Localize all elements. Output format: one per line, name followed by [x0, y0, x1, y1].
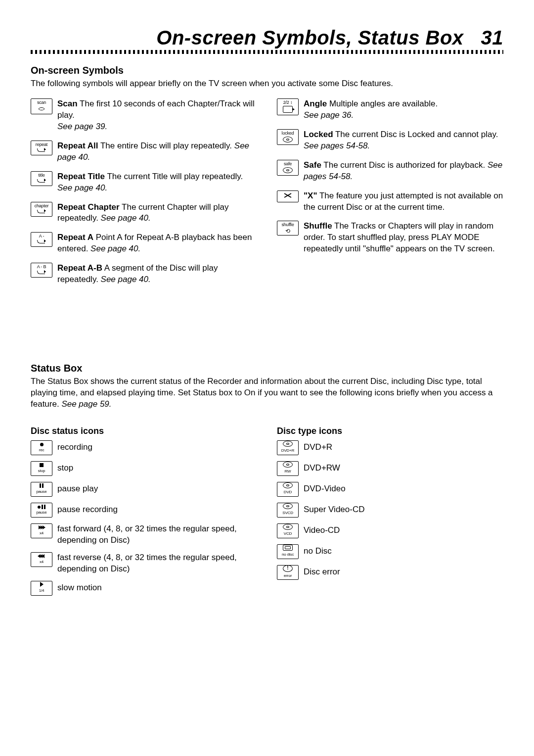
onscreen-symbols-heading: On-screen Symbols — [31, 65, 503, 76]
onscreen-symbols-columns: scan Scan The first 10 seconds of each C… — [31, 98, 503, 293]
type-disc-error: error Disc error — [277, 565, 503, 580]
status-pause-recording: pause pause recording — [31, 503, 257, 518]
shuffle-icon: shuffle ⟲ — [277, 221, 299, 236]
status-box-heading: Status Box — [31, 363, 503, 374]
x-icon — [277, 190, 299, 202]
status-stop: stop stop — [31, 461, 257, 476]
status-slow-motion: 1/4 slow motion — [31, 581, 257, 596]
fast-reverse-icon: x4 — [31, 552, 52, 567]
disc-type-heading: Disc type icons — [277, 426, 503, 436]
symbol-repeat-a: A - Repeat A Point A for Repeat A-B play… — [31, 232, 257, 255]
disc-status-list: rec recording stop stop — [31, 440, 257, 596]
symbol-angle: 2/2 ↕ Angle Multiple angles are availabl… — [277, 98, 503, 121]
recording-icon: rec — [31, 440, 52, 455]
type-svcd: SVCD Super Video-CD — [277, 503, 503, 518]
type-no-disc: no disc no Disc — [277, 544, 503, 559]
page: On-screen Symbols, Status Box 31 On-scre… — [0, 0, 534, 756]
pause-play-icon: pause — [31, 482, 52, 497]
pause-recording-icon: pause — [31, 503, 52, 518]
page-title-line: On-screen Symbols, Status Box 31 — [31, 27, 503, 49]
status-fast-reverse: x4 fast reverse (4, 8, or 32 times the r… — [31, 552, 257, 575]
slow-motion-icon: 1/4 — [31, 581, 52, 596]
status-box-section: Status Box The Status Box shows the curr… — [31, 363, 503, 602]
repeat-ab-icon: A - B — [31, 263, 52, 278]
type-dvd-plus-rw: RW DVD+RW — [277, 461, 503, 476]
svcd-icon: SVCD — [277, 503, 299, 518]
no-disc-icon: no disc — [277, 544, 299, 559]
onscreen-left-col: scan Scan The first 10 seconds of each C… — [31, 98, 257, 293]
status-fast-forward: x4 fast forward (4, 8, or 32 times the r… — [31, 523, 257, 546]
type-dvd-plus-r: DVD+R DVD+R — [277, 440, 503, 455]
symbol-repeat-ab: A - B Repeat A-B A segment of the Disc w… — [31, 263, 257, 285]
dvd-plus-r-icon: DVD+R — [277, 440, 299, 455]
disc-type-list: DVD+R DVD+R RW DVD+RW — [277, 440, 503, 580]
status-box-columns: Disc status icons rec recording stop — [31, 419, 503, 602]
repeat-title-icon: title — [31, 171, 52, 186]
safe-icon: safe — [277, 160, 299, 176]
type-vcd: VCD Video-CD — [277, 523, 503, 538]
status-pause-play: pause pause play — [31, 482, 257, 497]
disc-status-col: Disc status icons rec recording stop — [31, 419, 257, 602]
repeat-chapter-icon: chapter — [31, 202, 52, 217]
dvd-video-icon: DVD — [277, 482, 299, 497]
fast-forward-icon: x4 — [31, 523, 52, 538]
symbol-repeat-all: repeat Repeat All The entire Disc will p… — [31, 141, 257, 163]
scan-icon: scan — [31, 98, 52, 114]
stop-icon: stop — [31, 461, 52, 476]
onscreen-right-col: 2/2 ↕ Angle Multiple angles are availabl… — [277, 98, 503, 293]
symbol-repeat-chapter: chapter Repeat Chapter The current Chapt… — [31, 202, 257, 225]
symbol-locked: locked Locked The current Disc is Locked… — [277, 129, 503, 152]
page-number: 31 — [481, 27, 504, 48]
symbol-x: "X" The feature you just attempted is no… — [277, 190, 503, 213]
vcd-icon: VCD — [277, 523, 299, 538]
dvd-plus-rw-icon: RW — [277, 461, 299, 476]
symbol-repeat-title: title Repeat Title The current Title wil… — [31, 171, 257, 194]
status-box-intro: The Status Box shows the current status … — [31, 376, 503, 410]
onscreen-symbols-intro: The following symbols will appear briefl… — [31, 78, 503, 90]
angle-icon: 2/2 ↕ — [277, 98, 299, 115]
status-recording: rec recording — [31, 440, 257, 455]
symbol-scan: scan Scan The first 10 seconds of each C… — [31, 98, 257, 133]
locked-icon: locked — [277, 129, 299, 145]
disc-status-heading: Disc status icons — [31, 426, 257, 436]
page-title-prefix: On-screen Symbols, Status Box — [156, 27, 463, 48]
disc-type-col: Disc type icons DVD+R DVD+R RW — [277, 419, 503, 602]
repeat-a-icon: A - — [31, 232, 52, 247]
disc-error-icon: error — [277, 565, 299, 580]
dotted-rule — [31, 50, 503, 54]
repeat-all-icon: repeat — [31, 141, 52, 155]
symbol-safe: safe Safe The current Disc is authorized… — [277, 160, 503, 183]
symbol-shuffle: shuffle ⟲ Shuffle The Tracks or Chapters… — [277, 221, 503, 255]
type-dvd-video: DVD DVD-Video — [277, 482, 503, 497]
